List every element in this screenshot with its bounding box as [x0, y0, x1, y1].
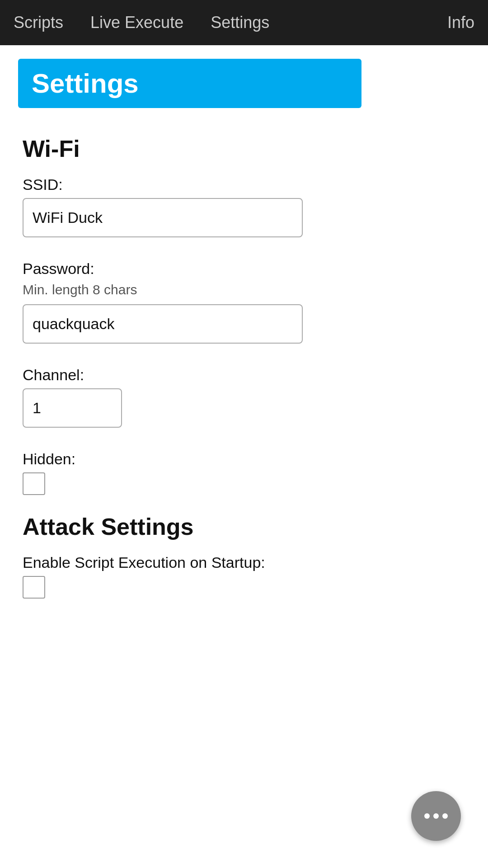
- hidden-label: Hidden:: [23, 450, 465, 468]
- hidden-field-group: Hidden:: [23, 450, 465, 495]
- fab-dots: [424, 813, 448, 819]
- nav-live-execute[interactable]: Live Execute: [90, 13, 183, 32]
- attack-settings-title: Attack Settings: [23, 513, 465, 540]
- channel-label: Channel:: [23, 366, 465, 384]
- enable-script-field-group: Enable Script Execution on Startup:: [23, 554, 465, 599]
- password-label: Password:: [23, 260, 465, 278]
- nav-settings[interactable]: Settings: [211, 13, 269, 32]
- nav-info[interactable]: Info: [447, 13, 474, 32]
- ssid-field-group: SSID:: [23, 176, 465, 251]
- password-sublabel: Min. length 8 chars: [23, 282, 465, 297]
- wifi-section: Wi-Fi SSID: Password: Min. length 8 char…: [23, 135, 465, 495]
- fab-dot-3: [442, 813, 448, 819]
- enable-script-label: Enable Script Execution on Startup:: [23, 554, 465, 571]
- channel-input[interactable]: [23, 388, 122, 428]
- fab-button[interactable]: [411, 791, 461, 841]
- fab-dot-2: [433, 813, 439, 819]
- password-input[interactable]: [23, 304, 303, 344]
- hidden-checkbox-container: [23, 472, 465, 495]
- nav-scripts[interactable]: Scripts: [14, 13, 63, 32]
- channel-field-group: Channel:: [23, 366, 465, 441]
- enable-script-checkbox[interactable]: [23, 576, 45, 599]
- enable-script-checkbox-container: [23, 576, 465, 599]
- ssid-input[interactable]: [23, 198, 303, 237]
- hidden-checkbox[interactable]: [23, 472, 45, 495]
- settings-banner: Settings: [18, 59, 361, 108]
- nav-bar: Scripts Live Execute Settings Info: [0, 0, 488, 45]
- wifi-section-title: Wi-Fi: [23, 135, 465, 162]
- fab-dot-1: [424, 813, 430, 819]
- password-field-group: Password: Min. length 8 chars: [23, 260, 465, 357]
- settings-title: Settings: [32, 68, 348, 99]
- main-content: Wi-Fi SSID: Password: Min. length 8 char…: [0, 108, 488, 630]
- attack-settings-section: Attack Settings Enable Script Execution …: [23, 513, 465, 599]
- ssid-label: SSID:: [23, 176, 465, 193]
